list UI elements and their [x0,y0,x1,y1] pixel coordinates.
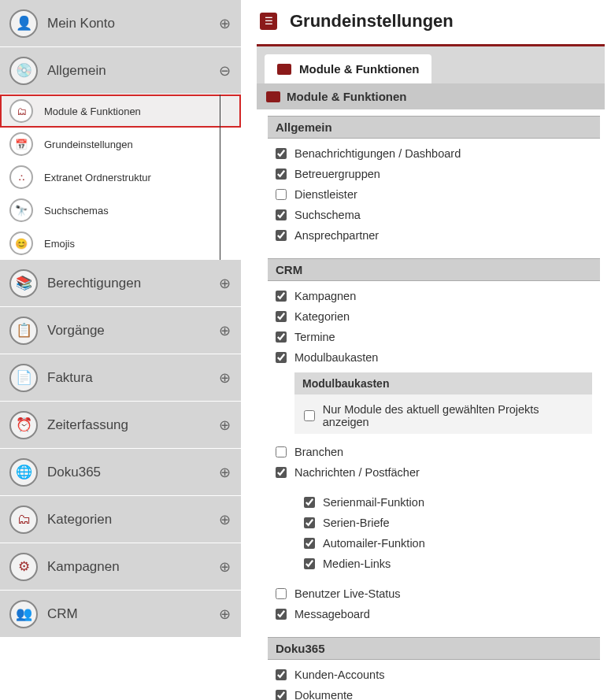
check-nachrichten[interactable]: Nachrichten / Postfächer [276,462,592,483]
user-icon: 👤 [9,9,38,38]
nested-modulbaukasten: Modulbaukasten Nur Module des aktuell ge… [294,372,592,434]
check-dokumente[interactable]: Dokumente [276,685,592,700]
checkbox[interactable] [304,410,315,421]
sidebar-subitem-module-funktionen[interactable]: 🗂 Module & Funktionen [0,94,241,128]
sidebar-subitem-suchschemas[interactable]: 🔭 Suchschemas [0,194,241,227]
checkbox[interactable] [276,588,287,599]
folder-icon [277,64,291,75]
plus-icon[interactable]: ⊕ [217,560,231,574]
plus-icon[interactable]: ⊕ [217,276,231,291]
checkbox[interactable] [276,331,287,343]
sitemap-icon: ⛬ [9,165,33,189]
sidebar-label: Doku365 [47,465,217,480]
sidebar-item-kampagnen[interactable]: ⚙ Kampagnen ⊕ [0,543,241,591]
check-ansprechpartner[interactable]: Ansprechpartner [276,225,592,246]
check-termine[interactable]: Termine [276,327,592,347]
checkbox[interactable] [276,609,287,620]
sidebar-item-kategorien[interactable]: 🗂 Kategorien ⊕ [0,496,241,543]
sidebar-label: Mein Konto [47,16,217,31]
check-kategorien[interactable]: Kategorien [276,306,592,327]
calendar-icon: 📅 [9,132,33,156]
check-serienbriefe[interactable]: Serien-Briefe [304,513,584,533]
sidebar-subitem-extranet[interactable]: ⛬ Extranet Ordnerstruktur [0,161,241,194]
sidebar-item-berechtigungen[interactable]: 📚 Berechtigungen ⊕ [0,260,241,307]
checkbox[interactable] [276,690,287,700]
checkbox[interactable] [304,497,315,508]
check-label: Nachrichten / Postfächer [294,466,420,479]
sidebar-item-doku365[interactable]: 🌐 Doku365 ⊕ [0,449,241,496]
group-header: Allgemein [268,116,600,139]
plus-icon[interactable]: ⊕ [217,17,231,31]
users-icon: 👥 [9,600,38,628]
sidebar-subitem-label: Emojis [44,238,75,250]
globe-doc-icon: 🌐 [9,458,38,487]
check-betreuergruppen[interactable]: Betreuergruppen [276,164,592,184]
checkbox[interactable] [276,148,287,159]
tab-bar: Module & Funktionen [257,46,605,83]
check-label: Automailer-Funktion [323,537,425,550]
tab-label: Module & Funktionen [299,62,419,76]
sidebar-item-crm[interactable]: 👥 CRM ⊕ [0,591,241,638]
checkbox[interactable] [276,352,287,363]
check-live-status[interactable]: Benutzer Live-Status [276,583,592,604]
checkbox[interactable] [276,169,287,180]
sidebar-subitem-grundeinstellungen[interactable]: 📅 Grundeinstellungen [0,128,241,161]
sidebar-item-mein-konto[interactable]: 👤 Mein Konto ⊕ [0,0,241,47]
smile-icon: 😊 [9,231,33,255]
checkbox[interactable] [276,669,287,680]
check-suchschema[interactable]: Suchschema [276,205,592,225]
check-label: Betreuergruppen [294,168,380,180]
checkbox[interactable] [304,517,315,528]
check-label: Serienmail-Funktion [323,496,424,509]
checkbox[interactable] [276,467,287,478]
check-label: Modulbaukasten [294,351,378,364]
plus-icon[interactable]: ⊕ [217,418,231,432]
sidebar-item-faktura[interactable]: 📄 Faktura ⊕ [0,354,241,402]
checkbox[interactable] [276,209,287,220]
check-serienmail[interactable]: Serienmail-Funktion [304,492,584,513]
check-dienstleister[interactable]: Dienstleister [276,184,592,205]
checkbox[interactable] [276,230,287,241]
sidebar-subitems-allgemein: 🗂 Module & Funktionen 📅 Grundeinstellung… [0,94,241,260]
check-medienlinks[interactable]: Medien-Links [304,554,584,574]
active-marker [220,161,220,194]
check-kampagnen[interactable]: Kampagnen [276,286,592,306]
group-header: Doku365 [268,637,600,660]
checkbox[interactable] [276,189,287,200]
check-kunden-accounts[interactable]: Kunden-Accounts [276,665,592,685]
minus-icon[interactable]: ⊖ [217,64,231,78]
checkbox[interactable] [276,311,287,322]
sidebar: 👤 Mein Konto ⊕ 💿 Allgemein ⊖ 🗂 Module & … [0,0,241,700]
checkbox[interactable] [276,291,287,302]
plus-icon[interactable]: ⊕ [217,513,231,527]
check-label: Kategorien [294,310,350,323]
plus-icon[interactable]: ⊕ [217,371,231,385]
check-automailer[interactable]: Automailer-Funktion [304,533,584,554]
checkbox[interactable] [276,446,287,457]
check-modulbaukasten[interactable]: Modulbaukasten [276,347,592,368]
folder-icon [266,91,280,102]
checkbox[interactable] [304,538,315,549]
plus-icon[interactable]: ⊕ [217,465,231,480]
gears-icon: ⚙ [9,553,38,581]
tab-module-funktionen[interactable]: Module & Funktionen [265,54,431,83]
sidebar-item-zeiterfassung[interactable]: ⏰ Zeiterfassung ⊕ [0,402,241,449]
check-label: Suchschema [294,209,361,221]
plus-icon[interactable]: ⊕ [217,607,231,621]
sidebar-subitem-label: Grundeinstellungen [44,139,133,150]
check-messageboard[interactable]: Messageboard [276,604,592,624]
sidebar-item-allgemein[interactable]: 💿 Allgemein ⊖ [0,47,241,94]
sidebar-label: Vorgänge [47,323,217,339]
active-marker [220,128,220,161]
check-nur-module-projekt[interactable]: Nur Module des aktuell gewählten Projekt… [304,399,584,432]
sidebar-subitem-emojis[interactable]: 😊 Emojis [0,227,241,260]
plus-icon[interactable]: ⊕ [217,324,231,338]
page-title: Grundeinstellungen [290,11,454,31]
group-header: CRM [268,258,600,281]
sidebar-item-vorgaenge[interactable]: 📋 Vorgänge ⊕ [0,307,241,354]
check-branchen[interactable]: Branchen [276,442,592,462]
sidebar-subitem-label: Module & Funktionen [44,106,141,117]
check-benachrichtigungen[interactable]: Benachrichtigungen / Dashboard [276,143,592,164]
checkbox[interactable] [304,558,315,569]
check-label: Termine [294,331,335,343]
